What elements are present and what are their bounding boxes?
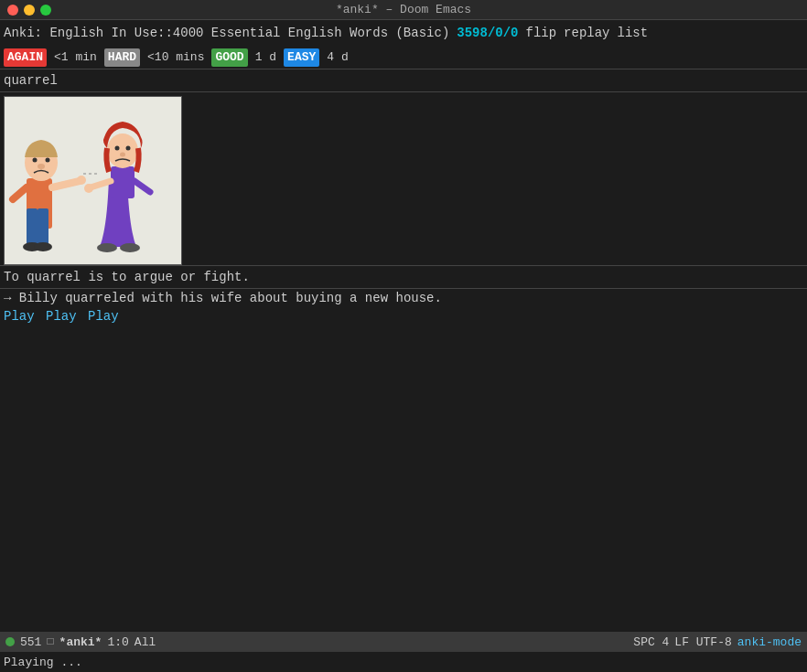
all-indicator: All (134, 635, 156, 649)
svg-point-6 (46, 157, 50, 162)
buffer-number: 551 (20, 635, 41, 649)
svg-point-19 (84, 184, 93, 193)
col-info: SPC 4 (633, 635, 669, 649)
image-area (0, 92, 807, 265)
svg-point-14 (107, 133, 138, 168)
svg-point-7 (38, 164, 45, 169)
hard-button[interactable]: HARD (104, 48, 140, 67)
list-button[interactable]: list (618, 24, 649, 43)
play-link-3[interactable]: Play (88, 309, 119, 324)
easy-button[interactable]: EASY (284, 48, 319, 67)
svg-point-12 (34, 242, 52, 251)
card-image (4, 96, 182, 265)
svg-point-5 (33, 157, 38, 162)
svg-point-22 (120, 243, 140, 252)
svg-point-15 (115, 145, 120, 150)
svg-point-9 (77, 176, 86, 185)
echo-text: Playing ... (4, 656, 82, 669)
illustration-svg (8, 101, 178, 261)
again-time: <1 min (54, 48, 97, 67)
good-button[interactable]: GOOD (211, 48, 247, 67)
good-time: 1 d (255, 48, 276, 67)
encoding-info: LF UTF-8 (674, 635, 731, 649)
svg-rect-3 (38, 208, 48, 247)
easy-time: 4 d (327, 48, 348, 67)
close-button[interactable] (7, 5, 18, 16)
replay-button[interactable]: replay (564, 24, 609, 43)
svg-point-21 (97, 243, 117, 252)
stats-counter[interactable]: 3598/0/0 (457, 24, 518, 43)
header-line: Anki: English In Use::4000 Essential Eng… (0, 20, 807, 47)
anki-deck-label: Anki: English In Use::4000 Essential Eng… (4, 24, 449, 43)
titlebar: *anki* – Doom Emacs (0, 0, 807, 20)
card-definition: To quarrel is to argue or fight. (0, 266, 807, 288)
buffer-filename[interactable]: *anki* (59, 635, 102, 649)
play-link-1[interactable]: Play (4, 309, 35, 324)
example-arrow: → (4, 291, 11, 305)
svg-point-16 (126, 145, 131, 150)
maximize-button[interactable] (40, 5, 51, 16)
major-mode: anki-mode (737, 635, 802, 649)
window-title: *anki* – Doom Emacs (336, 3, 471, 16)
play-links-line: Play Play Play (0, 307, 807, 325)
play-link-2[interactable]: Play (46, 309, 77, 324)
hard-time: <10 mins (147, 48, 204, 67)
flip-button[interactable]: flip (526, 24, 557, 43)
svg-rect-2 (27, 208, 38, 247)
mode-indicator-dot (5, 637, 15, 646)
echo-area: Playing ... (0, 652, 807, 672)
svg-point-17 (120, 152, 125, 156)
minimize-button[interactable] (24, 5, 35, 16)
again-button[interactable]: AGAIN (4, 48, 47, 67)
svg-rect-13 (111, 166, 134, 198)
file-icon: □ (47, 635, 53, 648)
example-text: Billy quarreled with his wife about buyi… (19, 291, 442, 305)
example-line: → Billy quarreled with his wife about bu… (0, 289, 807, 307)
cursor-position: 1:0 (107, 635, 128, 649)
rating-line: AGAIN <1 min HARD <10 mins GOOD 1 d EASY… (0, 47, 807, 69)
window-controls (7, 5, 51, 16)
modeline: 551 □ *anki* 1:0 All SPC 4 LF UTF-8 anki… (0, 632, 807, 652)
card-word: quarrel (0, 69, 807, 91)
